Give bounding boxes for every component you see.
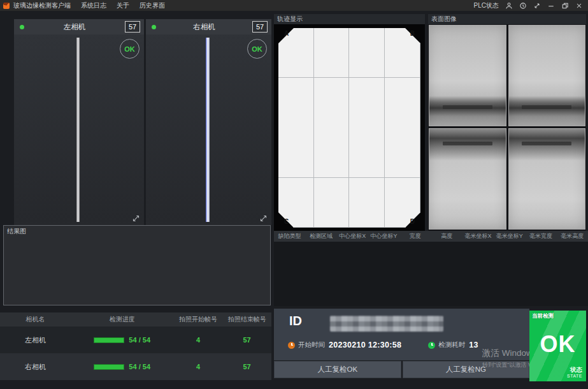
verdict-value: OK <box>529 331 586 358</box>
start-frame-value: 4 <box>174 336 223 344</box>
col-progress: 检测进度 <box>71 315 174 324</box>
surface-image-tile <box>429 25 506 126</box>
restore-button[interactable] <box>561 2 569 10</box>
verdict-state-label: 状态 STATE <box>567 367 582 379</box>
corner-label-d: D <box>410 218 415 225</box>
camera-left-title: 左相机 <box>24 22 125 32</box>
elapsed-clock-icon <box>428 342 435 349</box>
elapsed-label: 检测耗时 <box>438 341 465 349</box>
progress-text: 54 / 54 <box>129 336 150 344</box>
camera-right-title: 右相机 <box>156 22 252 32</box>
progress-text: 54 / 54 <box>129 363 150 371</box>
table-row: 左相机 54 / 54 4 57 <box>0 327 271 353</box>
surface-image-panel: 表面图像 <box>428 14 586 231</box>
user-icon[interactable] <box>505 2 513 10</box>
camera-online-dot-icon <box>20 25 24 29</box>
camera-right-frame-count: 57 <box>252 21 268 33</box>
time-row: 开始时间 20230210 12:30:58 检测耗时 13 <box>288 341 478 349</box>
glass-edge-strip <box>76 38 80 222</box>
surface-title: 表面图像 <box>428 14 586 24</box>
surface-image-tile <box>508 25 586 126</box>
result-image-title: 结果图 <box>4 226 270 237</box>
id-value-redacted <box>330 316 443 332</box>
minimize-button[interactable] <box>547 2 555 10</box>
surface-image-grid <box>429 25 585 230</box>
defect-table: 缺陷类型 检测区域 中心坐标X 中心坐标Y 宽度 高度 毫米坐标X 毫米坐标Y … <box>274 231 588 306</box>
col-defect-type: 缺陷类型 <box>274 232 305 240</box>
col-camera-name: 相机名 <box>0 315 71 324</box>
verdict-box: 当前检测 OK 状态 STATE <box>529 311 586 381</box>
expand-icon[interactable] <box>132 214 140 222</box>
trajectory-grid <box>278 28 420 228</box>
camera-left-frame-count: 57 <box>125 21 140 33</box>
col-height: 高度 <box>431 232 462 240</box>
col-center-x: 中心坐标X <box>337 232 368 240</box>
camera-right-status-badge: OK <box>247 39 267 59</box>
progress-bar <box>94 337 124 343</box>
menu-history[interactable]: 历史界面 <box>140 1 165 10</box>
verdict-corner-label: 当前检测 <box>532 312 554 320</box>
manual-recheck-row: 人工复检OK 人工复检NG <box>274 361 529 378</box>
col-end-frame: 拍照结束帧号 <box>222 315 271 324</box>
start-time-clock-icon <box>288 342 295 349</box>
plc-status-label: PLC状态 <box>474 1 499 10</box>
start-time-value: 20230210 12:30:58 <box>329 341 401 349</box>
row-camera-name: 左相机 <box>0 335 71 345</box>
col-mm-x: 毫米坐标X <box>463 232 494 240</box>
history-clock-icon[interactable] <box>519 2 527 10</box>
app-logo-icon <box>3 3 10 9</box>
table-row: 右相机 54 / 54 4 57 <box>0 353 271 380</box>
col-mm-height: 毫米高度 <box>557 232 588 240</box>
close-button[interactable] <box>575 2 583 10</box>
camera-right-header: 右相机 57 <box>146 19 271 34</box>
corner-label-c: C <box>284 218 289 225</box>
start-time-label: 开始时间 <box>298 341 325 349</box>
progress-table: 相机名 检测进度 拍照开始帧号 拍照结束帧号 左相机 54 / 54 4 57 … <box>0 312 271 380</box>
col-detect-region: 检测区域 <box>305 232 336 240</box>
camera-right-view: OK <box>146 34 271 225</box>
end-frame-value: 57 <box>222 363 271 371</box>
defect-table-header: 缺陷类型 检测区域 中心坐标X 中心坐标Y 宽度 高度 毫米坐标X 毫米坐标Y … <box>274 231 588 242</box>
row-camera-name: 右相机 <box>0 362 71 372</box>
trajectory-panel: 轨迹显示 A B C D <box>274 14 425 231</box>
col-mm-width: 毫米宽度 <box>525 232 556 240</box>
verdict-state-cn: 状态 <box>567 367 582 374</box>
col-start-frame: 拍照开始帧号 <box>174 315 223 324</box>
camera-panel-left: 左相机 57 OK <box>14 19 144 225</box>
camera-left-status-badge: OK <box>120 39 140 59</box>
diagonal-arrows-icon[interactable] <box>533 2 541 10</box>
expand-icon[interactable] <box>259 214 268 222</box>
elapsed-value: 13 <box>469 341 478 349</box>
progress-bar <box>94 364 124 370</box>
manual-recheck-ng-button[interactable]: 人工复检NG <box>403 361 530 378</box>
app-window: 玻璃边缘检测客户端 系统日志 关于 历史界面 PLC状态 <box>0 0 588 389</box>
verdict-state-en: STATE <box>567 374 582 379</box>
start-frame-value: 4 <box>174 363 223 371</box>
camera-left-view: OK <box>14 34 144 225</box>
surface-image-tile <box>508 128 586 230</box>
progress-table-header: 相机名 检测进度 拍照开始帧号 拍照结束帧号 <box>0 312 271 327</box>
camera-panel-right: 右相机 57 OK <box>146 19 271 225</box>
camera-left-header: 左相机 57 <box>14 19 144 34</box>
glass-edge-strip <box>206 38 210 222</box>
titlebar: 玻璃边缘检测客户端 系统日志 关于 历史界面 PLC状态 <box>0 0 588 11</box>
app-title: 玻璃边缘检测客户端 <box>13 1 71 10</box>
manual-recheck-ok-button[interactable]: 人工复检OK <box>274 361 401 378</box>
trajectory-title: 轨迹显示 <box>274 14 425 24</box>
trajectory-canvas: A B C D <box>274 24 425 231</box>
col-width: 宽度 <box>399 232 431 240</box>
camera-online-dot-icon <box>152 25 156 29</box>
result-image-panel: 结果图 <box>3 225 271 305</box>
menu-system-log[interactable]: 系统日志 <box>81 1 106 10</box>
id-label: ID <box>289 314 302 328</box>
col-center-y: 中心坐标Y <box>368 232 399 240</box>
end-frame-value: 57 <box>222 336 271 344</box>
surface-image-tile <box>429 128 506 230</box>
result-info-panel: ID 开始时间 20230210 12:30:58 检测耗时 13 <box>274 309 529 360</box>
corner-label-a: A <box>284 30 289 37</box>
menu-about[interactable]: 关于 <box>117 1 129 10</box>
col-mm-y: 毫米坐标Y <box>494 232 525 240</box>
corner-label-b: B <box>410 30 415 37</box>
